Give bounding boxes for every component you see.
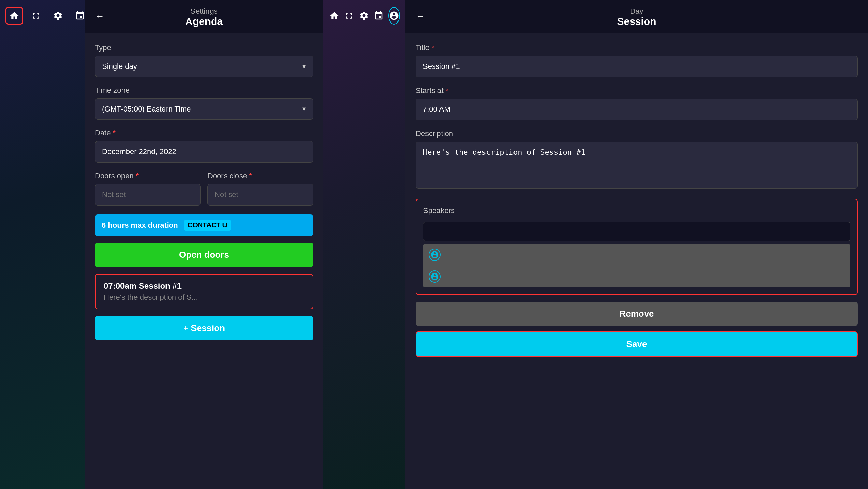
middle-icon-fullscreen[interactable] bbox=[344, 7, 355, 25]
doors-close-field: Doors close * bbox=[207, 172, 313, 206]
speaker-option-1[interactable] bbox=[423, 244, 850, 266]
sidebar-icon-fullscreen[interactable] bbox=[27, 7, 45, 25]
session-item[interactable]: 07:00am Session #1 Here's the descriptio… bbox=[95, 274, 313, 309]
description-field: Description Here's the description of Se… bbox=[416, 129, 858, 190]
left-panel: ← Settings Agenda Type Single day Time z… bbox=[85, 0, 323, 489]
right-panel-content: Title * Session #1 Starts at * 7:00 AM D… bbox=[405, 33, 868, 489]
speakers-label: Speakers bbox=[423, 206, 850, 215]
description-label: Description bbox=[416, 129, 858, 138]
doors-open-field: Doors open * bbox=[95, 172, 201, 206]
timezone-select[interactable]: (GMT-05:00) Eastern Time bbox=[95, 98, 313, 120]
type-label: Type bbox=[95, 43, 313, 52]
right-panel-header: ← Day Session bbox=[405, 0, 868, 33]
type-select[interactable]: Single day bbox=[95, 56, 313, 77]
session-title-field: Title * Session #1 bbox=[416, 43, 858, 77]
right-panel: ← Day Session Title * Session #1 Starts … bbox=[405, 0, 868, 489]
doors-close-input[interactable] bbox=[207, 184, 313, 206]
save-button[interactable]: Save bbox=[416, 331, 858, 357]
date-input[interactable]: December 22nd, 2022 bbox=[95, 141, 313, 163]
doors-open-label: Doors open * bbox=[95, 172, 201, 180]
speakers-section: Speakers bbox=[416, 199, 858, 295]
speaker-avatar-2 bbox=[429, 270, 441, 283]
remove-button[interactable]: Remove bbox=[416, 302, 858, 326]
date-label: Date * bbox=[95, 129, 313, 137]
middle-nav-icons bbox=[329, 7, 400, 25]
left-panel-content: Type Single day Time zone (GMT-05:00) Ea… bbox=[85, 33, 323, 489]
timezone-field: Time zone (GMT-05:00) Eastern Time bbox=[95, 86, 313, 120]
sidebar-icon-settings[interactable] bbox=[49, 7, 67, 25]
type-select-wrapper: Single day bbox=[95, 56, 313, 77]
right-panel-subtitle: Day bbox=[630, 7, 643, 16]
left-panel-header: ← Settings Agenda bbox=[85, 0, 323, 33]
speaker-option-2[interactable] bbox=[423, 266, 850, 287]
middle-nav bbox=[323, 0, 405, 489]
right-back-button[interactable]: ← bbox=[416, 12, 425, 21]
date-field: Date * December 22nd, 2022 bbox=[95, 129, 313, 163]
speaker-avatar-1 bbox=[429, 249, 441, 261]
timezone-label: Time zone bbox=[95, 86, 313, 95]
date-required: * bbox=[113, 129, 116, 137]
starts-at-input[interactable]: 7:00 AM bbox=[416, 99, 858, 120]
middle-icon-profile[interactable] bbox=[388, 7, 400, 25]
contact-badge[interactable]: CONTACT U bbox=[184, 220, 231, 231]
description-textarea[interactable]: Here's the description of Session #1 bbox=[416, 142, 858, 189]
doors-row: Doors open * Doors close * bbox=[95, 172, 313, 214]
middle-icon-home[interactable] bbox=[329, 7, 340, 25]
starts-at-field: Starts at * 7:00 AM bbox=[416, 86, 858, 120]
type-field: Type Single day bbox=[95, 43, 313, 77]
right-panel-title: Session bbox=[617, 16, 656, 27]
doors-close-label: Doors close * bbox=[207, 172, 313, 180]
open-doors-button[interactable]: Open doors bbox=[95, 243, 313, 267]
session-title-label: Title * bbox=[416, 43, 858, 52]
left-back-button[interactable]: ← bbox=[95, 12, 104, 21]
left-panel-subtitle: Settings bbox=[190, 7, 218, 16]
starts-at-label: Starts at * bbox=[416, 86, 858, 95]
session-item-desc: Here's the description of S... bbox=[104, 293, 304, 302]
duration-bar: 6 hours max duration CONTACT U bbox=[95, 214, 313, 236]
left-sidebar bbox=[0, 0, 85, 489]
sidebar-icon-home[interactable] bbox=[5, 7, 23, 25]
doors-open-input[interactable] bbox=[95, 184, 201, 206]
add-session-button[interactable]: + Session bbox=[95, 316, 313, 340]
middle-icon-calendar[interactable] bbox=[374, 7, 385, 25]
duration-text: 6 hours max duration bbox=[102, 221, 178, 230]
left-panel-title: Agenda bbox=[185, 16, 223, 27]
speakers-input[interactable] bbox=[423, 222, 850, 241]
timezone-select-wrapper: (GMT-05:00) Eastern Time bbox=[95, 98, 313, 120]
session-item-title: 07:00am Session #1 bbox=[104, 281, 304, 291]
middle-icon-settings[interactable] bbox=[359, 7, 370, 25]
speakers-dropdown bbox=[423, 244, 850, 287]
session-title-input[interactable]: Session #1 bbox=[416, 56, 858, 77]
